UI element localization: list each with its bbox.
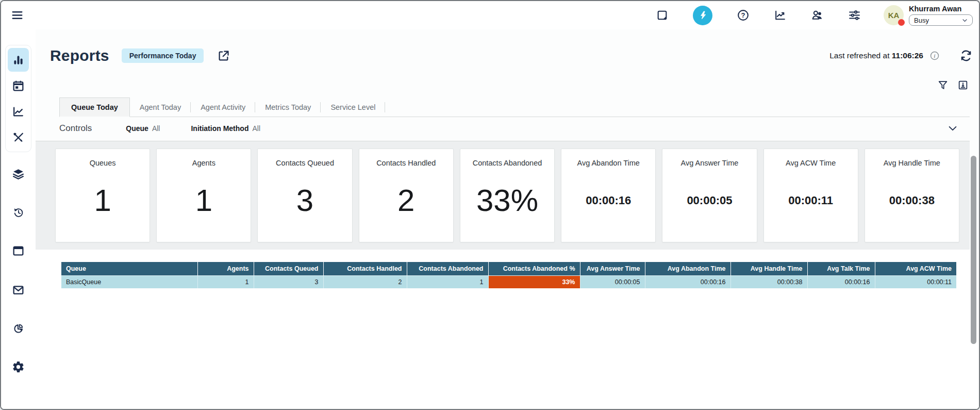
table-header-row: Queue Agents Contacts Queued Contacts Ha… xyxy=(61,262,956,276)
refresh-cluster: Last refreshed at 11:06:26 i xyxy=(829,49,973,62)
queue-filter-value: All xyxy=(152,124,160,133)
tab-agent-activity[interactable]: Agent Activity xyxy=(191,98,255,117)
card-title: Avg Answer Time xyxy=(681,159,739,167)
card-contacts-abandoned: Contacts Abandoned 33% xyxy=(460,149,555,242)
chevron-down-icon xyxy=(947,123,958,134)
initiation-method-filter[interactable]: Initiation Method All xyxy=(191,124,260,133)
queue-filter-label: Queue xyxy=(126,124,148,133)
cell-avg-talk-time: 00:00:16 xyxy=(807,276,875,289)
col-avg-answer-time: Avg Answer Time xyxy=(580,262,645,276)
layers-icon xyxy=(12,168,25,181)
collapse-controls-button[interactable] xyxy=(947,123,958,134)
hamburger-icon xyxy=(11,9,24,22)
col-contacts-queued: Contacts Queued xyxy=(254,262,323,276)
tab-metrics-today[interactable]: Metrics Today xyxy=(255,98,321,117)
users-button[interactable] xyxy=(811,9,824,22)
svg-text:?: ? xyxy=(741,11,745,19)
col-avg-abandon-time: Avg Abandon Time xyxy=(645,262,730,276)
help-button[interactable]: ? xyxy=(737,9,750,22)
card-value: 3 xyxy=(296,183,313,218)
open-external-button[interactable] xyxy=(217,49,230,63)
history-icon xyxy=(13,207,24,218)
last-refreshed-text: Last refreshed at 11:06:26 xyxy=(829,51,923,60)
app-window: ? xyxy=(0,0,980,410)
notes-button[interactable] xyxy=(656,9,669,22)
sidebar-item-metrics[interactable] xyxy=(8,100,29,123)
help-icon: ? xyxy=(737,9,750,22)
info-icon: i xyxy=(929,51,940,61)
sidebar-item-design[interactable] xyxy=(8,125,29,149)
queue-filter[interactable]: Queue All xyxy=(126,124,160,133)
cell-agents: 1 xyxy=(197,276,254,289)
col-agents: Agents xyxy=(197,262,254,276)
metrics-button[interactable] xyxy=(774,9,787,22)
card-agents: Agents 1 xyxy=(156,149,251,242)
avatar[interactable]: KA xyxy=(884,5,904,25)
report-badge: Performance Today xyxy=(122,48,204,63)
cell-contacts-abandoned: 1 xyxy=(407,276,488,289)
main-content: Reports Performance Today Last refreshed… xyxy=(36,29,979,410)
topbar: ? xyxy=(1,1,979,29)
quick-actions-button[interactable] xyxy=(693,6,712,25)
cell-avg-abandon-time: 00:00:16 xyxy=(645,276,730,289)
avatar-initials: KA xyxy=(888,11,900,20)
sidebar xyxy=(1,29,36,410)
lightning-icon xyxy=(697,10,708,21)
svg-text:i: i xyxy=(934,53,936,59)
pie-chart-icon xyxy=(13,323,24,334)
cell-contacts-abandoned-pct: 33% xyxy=(488,276,580,289)
card-value: 2 xyxy=(397,183,414,218)
sidebar-item-analytics[interactable] xyxy=(13,323,24,334)
hamburger-menu-button[interactable] xyxy=(11,9,24,22)
card-value: 00:00:38 xyxy=(889,194,935,207)
download-icon xyxy=(957,79,969,91)
initiation-method-filter-label: Initiation Method xyxy=(191,124,248,133)
col-contacts-abandoned: Contacts Abandoned xyxy=(407,262,488,276)
card-title: Queues xyxy=(90,159,116,167)
card-title: Contacts Abandoned xyxy=(473,159,542,167)
col-avg-acw-time: Avg ACW Time xyxy=(875,262,956,276)
calendar-icon xyxy=(12,79,25,92)
line-chart-icon xyxy=(12,105,25,118)
card-value: 33% xyxy=(476,183,538,218)
tab-agent-today[interactable]: Agent Today xyxy=(130,98,191,117)
sidebar-item-settings[interactable] xyxy=(12,360,25,373)
refresh-info-button[interactable]: i xyxy=(929,51,940,61)
card-value: 1 xyxy=(195,183,212,218)
cell-avg-handle-time: 00:00:38 xyxy=(730,276,807,289)
users-icon xyxy=(811,9,824,22)
status-select[interactable]: Busy xyxy=(909,14,973,26)
page-header: Reports Performance Today Last refreshed… xyxy=(36,29,979,64)
sidebar-item-history[interactable] xyxy=(13,207,24,218)
col-contacts-abandoned-pct: Contacts Abandoned % xyxy=(488,262,580,276)
card-avg-answer-time: Avg Answer Time 00:00:05 xyxy=(662,149,757,242)
status-dot xyxy=(898,19,905,26)
sidebar-reports-group xyxy=(5,45,31,152)
tab-queue-today[interactable]: Queue Today xyxy=(59,97,130,117)
card-title: Contacts Queued xyxy=(276,159,334,167)
body-row: Reports Performance Today Last refreshed… xyxy=(1,29,979,410)
card-contacts-queued: Contacts Queued 3 xyxy=(257,149,352,242)
design-icon xyxy=(12,131,25,144)
card-avg-acw-time: Avg ACW Time 00:00:11 xyxy=(763,149,858,242)
initiation-method-filter-value: All xyxy=(252,124,260,133)
cell-contacts-handled: 2 xyxy=(323,276,407,289)
sidebar-item-reports[interactable] xyxy=(8,48,29,72)
user-block: Khurram Awan Busy xyxy=(909,5,973,26)
card-avg-handle-time: Avg Handle Time 00:00:38 xyxy=(865,149,959,242)
tab-service-level[interactable]: Service Level xyxy=(321,98,385,117)
download-button[interactable] xyxy=(957,79,969,91)
sidebar-item-routing[interactable] xyxy=(12,168,25,181)
cell-queue: BasicQueue xyxy=(61,276,197,289)
sidebar-item-channels[interactable] xyxy=(12,244,25,257)
notes-icon xyxy=(656,9,669,22)
scrollbar-thumb[interactable] xyxy=(971,156,976,344)
cell-avg-acw-time: 00:00:11 xyxy=(875,276,956,289)
card-value: 00:00:16 xyxy=(586,194,631,207)
settings-sliders-button[interactable] xyxy=(848,9,861,22)
queue-metrics-table: Queue Agents Contacts Queued Contacts Ha… xyxy=(61,262,956,288)
filter-button[interactable] xyxy=(937,79,949,91)
sidebar-item-schedule[interactable] xyxy=(8,74,29,97)
controls-label: Controls xyxy=(59,123,92,134)
sidebar-item-mail[interactable] xyxy=(12,284,25,297)
